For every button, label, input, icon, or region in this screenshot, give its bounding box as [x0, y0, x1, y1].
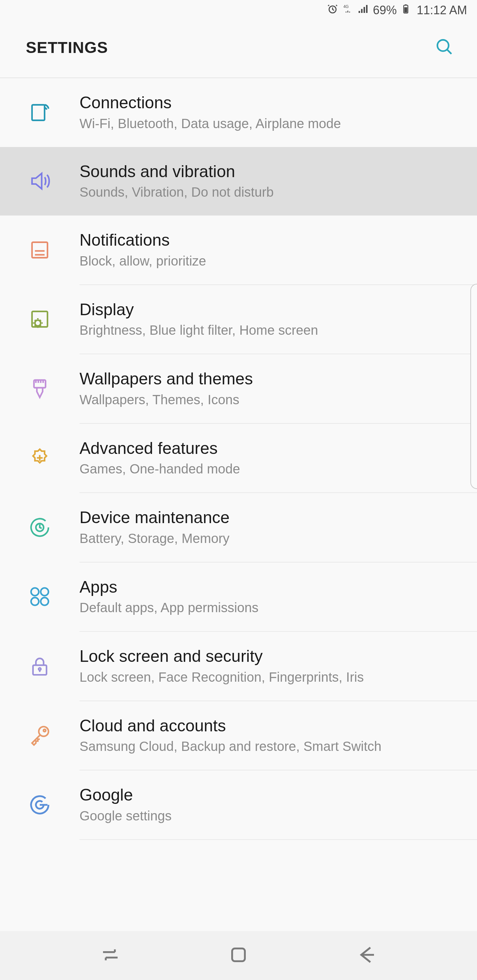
apps-grid-icon	[0, 585, 80, 608]
settings-item-subtitle: Games, One-handed mode	[80, 461, 457, 477]
svg-point-29	[39, 668, 41, 670]
settings-item-google[interactable]: Google Google settings	[0, 770, 477, 839]
settings-item-advanced[interactable]: Advanced features Games, One-handed mode	[0, 424, 477, 493]
settings-item-cloud[interactable]: Cloud and accounts Samsung Cloud, Backup…	[0, 701, 477, 770]
speaker-icon	[0, 170, 80, 192]
svg-point-26	[31, 598, 39, 605]
svg-text:4G: 4G	[343, 4, 348, 9]
settings-item-connections[interactable]: Connections Wi-Fi, Bluetooth, Data usage…	[0, 78, 477, 147]
settings-item-subtitle: Wi-Fi, Bluetooth, Data usage, Airplane m…	[80, 115, 457, 132]
system-nav-bar	[0, 931, 477, 980]
svg-rect-4	[404, 7, 407, 13]
battery-icon	[401, 2, 411, 19]
gear-plus-icon	[0, 446, 80, 469]
settings-item-wallpapers[interactable]: Wallpapers and themes Wallpapers, Themes…	[0, 354, 477, 423]
display-icon	[0, 307, 80, 331]
notifications-icon	[0, 239, 80, 262]
settings-item-title: Display	[80, 300, 457, 320]
svg-point-27	[41, 598, 48, 605]
settings-item-title: Device maintenance	[80, 508, 457, 527]
connections-icon	[0, 101, 80, 124]
settings-item-display[interactable]: Display Brightness, Blue light filter, H…	[0, 285, 477, 354]
svg-rect-7	[32, 105, 45, 120]
recents-button[interactable]	[99, 944, 121, 967]
settings-item-subtitle: Sounds, Vibration, Do not disturb	[80, 184, 457, 200]
settings-item-title: Connections	[80, 93, 457, 113]
settings-item-subtitle: Samsung Cloud, Backup and restore, Smart…	[80, 738, 457, 754]
settings-item-title: Apps	[80, 578, 457, 597]
settings-item-subtitle: Block, allow, prioritize	[80, 253, 457, 269]
settings-item-sounds[interactable]: Sounds and vibration Sounds, Vibration, …	[0, 147, 477, 216]
search-button[interactable]	[435, 37, 454, 57]
divider	[80, 839, 477, 840]
settings-item-subtitle: Default apps, App permissions	[80, 599, 457, 616]
svg-point-24	[31, 588, 39, 596]
svg-rect-33	[232, 948, 245, 961]
svg-line-6	[447, 49, 451, 54]
settings-item-subtitle: Wallpapers, Themes, Icons	[80, 391, 457, 408]
status-bar: 4G 69% 11:12 AM	[0, 0, 477, 21]
back-button[interactable]	[356, 944, 378, 967]
maintenance-icon	[0, 516, 80, 539]
svg-point-25	[41, 588, 48, 596]
svg-rect-3	[405, 4, 407, 6]
settings-item-lock[interactable]: Lock screen and security Lock screen, Fa…	[0, 632, 477, 700]
signal-icon	[357, 3, 369, 18]
settings-item-title: Lock screen and security	[80, 647, 457, 666]
settings-item-subtitle: Google settings	[80, 808, 457, 824]
settings-item-subtitle: Brightness, Blue light filter, Home scre…	[80, 322, 457, 338]
google-icon	[0, 793, 80, 816]
settings-item-subtitle: Battery, Storage, Memory	[80, 530, 457, 547]
alarm-icon	[327, 3, 338, 18]
app-header: SETTINGS	[0, 21, 477, 78]
svg-point-32	[43, 729, 46, 732]
clock-time: 11:12 AM	[417, 3, 467, 17]
scroll-handle[interactable]	[471, 284, 477, 489]
settings-item-title: Notifications	[80, 231, 457, 250]
svg-point-15	[35, 320, 41, 326]
brush-icon	[0, 377, 80, 400]
settings-item-title: Sounds and vibration	[80, 162, 457, 181]
battery-percentage: 69%	[373, 3, 397, 17]
settings-item-apps[interactable]: Apps Default apps, App permissions	[0, 563, 477, 632]
key-icon	[0, 724, 80, 747]
settings-item-title: Wallpapers and themes	[80, 369, 457, 389]
settings-item-title: Cloud and accounts	[80, 716, 457, 736]
svg-point-5	[437, 40, 448, 51]
settings-item-subtitle: Lock screen, Face Recognition, Fingerpri…	[80, 669, 457, 685]
settings-item-title: Google	[80, 786, 457, 805]
lock-icon	[0, 655, 80, 678]
home-button[interactable]	[228, 944, 249, 967]
page-title: SETTINGS	[26, 38, 108, 57]
settings-item-notifications[interactable]: Notifications Block, allow, prioritize	[0, 216, 477, 285]
settings-list: Connections Wi-Fi, Bluetooth, Data usage…	[0, 78, 477, 840]
settings-item-title: Advanced features	[80, 439, 457, 458]
network-4g-icon: 4G	[343, 3, 353, 17]
settings-item-maintenance[interactable]: Device maintenance Battery, Storage, Mem…	[0, 493, 477, 562]
